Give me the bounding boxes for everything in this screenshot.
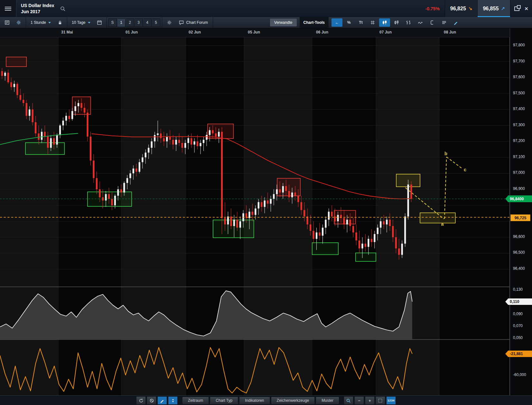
drawing-tools-button[interactable]: Zeichenwerkzeuge <box>271 397 315 404</box>
pen-icon <box>453 20 459 25</box>
zoom-mode-button[interactable] <box>344 396 353 405</box>
header-right: -0.75% 96,825 ↘ 96,855 ↗ × <box>425 0 532 17</box>
date-axis-label: 31 Mai <box>61 30 73 34</box>
up-down-arrows-icon <box>171 398 175 403</box>
window-buttons: × <box>510 0 532 17</box>
buy-price-button[interactable]: 96,855 ↗ <box>477 0 510 17</box>
popout-icon[interactable] <box>514 6 519 11</box>
text-tool-button[interactable]: Tt <box>355 18 366 27</box>
search-icon[interactable] <box>60 6 66 12</box>
line-type-button[interactable] <box>415 18 426 27</box>
related-button[interactable]: Verwandte <box>270 19 297 26</box>
sell-price: 96,825 <box>450 6 466 12</box>
bracket-tool-button[interactable] <box>427 18 438 27</box>
level-price-tag: 96,725 <box>510 214 530 221</box>
chart-forum-button[interactable]: Chart Forum <box>175 20 211 25</box>
zoom-in-button[interactable]: + <box>365 396 375 405</box>
patterns-button[interactable]: Muster <box>316 397 339 404</box>
instrument-name: US Dollar Index <box>21 3 54 8</box>
price-axis-label: 97,700 <box>513 59 525 63</box>
layers-button[interactable] <box>439 18 450 27</box>
price-axis-label: 97,400 <box>513 107 525 111</box>
numbers-button[interactable]: 1234 <box>386 396 396 405</box>
price-down-arrow-icon: ↘ <box>468 6 472 12</box>
change-percent: -0.75% <box>425 6 440 11</box>
indicator1-tick-label: 0,090 <box>513 312 523 316</box>
pencil-icon <box>160 398 165 403</box>
quick-draw-button[interactable] <box>157 396 167 405</box>
bracket-icon <box>430 20 435 25</box>
collapse-panel-button[interactable]: ← <box>331 18 342 27</box>
toolbar-right: Verwandte Chart-Tools ← % Tt <box>270 17 462 28</box>
zoom-out-button[interactable]: − <box>354 396 364 405</box>
depth-button[interactable]: 3 <box>135 18 143 27</box>
instrument-title: US Dollar Index Jun 2017 <box>21 3 54 14</box>
depth-button[interactable]: 5 <box>152 18 160 27</box>
draw-pen-button[interactable] <box>451 18 462 27</box>
fit-scale-button[interactable] <box>376 396 385 405</box>
price-axis-label: 96,600 <box>513 234 525 239</box>
date-axis-label: 05 Jun <box>248 30 260 34</box>
ohlc-type-button[interactable] <box>403 18 414 27</box>
period-button[interactable]: Zeitraum <box>182 397 209 404</box>
lock-icon-button[interactable] <box>54 18 65 27</box>
disable-drawings-button[interactable] <box>147 396 156 405</box>
reorder-button[interactable] <box>168 396 178 405</box>
refresh-button[interactable] <box>136 396 146 405</box>
price-axis[interactable]: 97,80097,70097,60097,50097,40097,30097,2… <box>510 28 532 395</box>
hollow-candle-icon <box>394 20 399 25</box>
price-up-arrow-icon: ↗ <box>501 6 505 12</box>
chart-forum-label: Chart Forum <box>186 20 208 25</box>
chart-tools-label: Chart-Tools <box>300 17 329 28</box>
chart-canvas[interactable] <box>0 0 532 405</box>
sell-price-button[interactable]: 96,825 ↘ <box>445 0 478 17</box>
calendar-icon-button[interactable] <box>94 18 105 27</box>
price-axis-label: 97,300 <box>513 123 525 127</box>
gear-icon-button[interactable] <box>164 18 175 27</box>
wave-icon <box>418 20 423 25</box>
dotted-square-icon <box>378 398 383 403</box>
chevron-down-icon <box>88 22 90 24</box>
close-icon[interactable]: × <box>525 5 528 12</box>
settings-gear-icon-button[interactable] <box>13 18 24 27</box>
indicator1-tick-label: 0,070 <box>513 324 523 328</box>
depth-button[interactable]: 1 <box>117 18 126 27</box>
forum-group: Chart Forum <box>162 17 213 28</box>
hollow-candle-type-button[interactable] <box>391 18 402 27</box>
chart-type-button[interactable]: Chart Typ <box>210 397 238 404</box>
date-axis-label: 07 Jun <box>379 30 392 34</box>
speech-bubble-icon <box>179 20 184 25</box>
percent-scale-button[interactable]: % <box>343 18 354 27</box>
indicators-button[interactable]: Indikatoren <box>239 397 270 404</box>
grid-toggle-button[interactable] <box>367 18 378 27</box>
depth-button-group: S12345 <box>107 17 162 28</box>
window-header: US Dollar Index Jun 2017 -0.75% 96,825 ↘… <box>0 0 532 17</box>
indicator2-value-tag: -21,881 <box>505 351 532 357</box>
indicator1-tick-label: 0,050 <box>513 335 523 340</box>
price-axis-label: 97,500 <box>513 91 525 95</box>
interval-group: 1 Stunde <box>26 17 67 28</box>
price-axis-label: 96,400 <box>513 266 525 271</box>
lines-icon <box>442 20 447 25</box>
interval-dropdown[interactable]: 1 Stunde <box>28 18 54 27</box>
date-axis-label: 01 Jun <box>126 30 138 34</box>
candlestick-icon <box>382 20 387 25</box>
price-axis-label: 97,800 <box>513 43 525 47</box>
depth-button[interactable]: 2 <box>126 18 134 27</box>
indicator1-value-tag: 0,110 <box>505 298 532 305</box>
news-icon-button[interactable] <box>2 18 13 27</box>
depth-button[interactable]: 4 <box>144 18 152 27</box>
menu-button[interactable] <box>0 0 16 17</box>
price-axis-label: 96,500 <box>513 250 525 255</box>
range-dropdown[interactable]: 10 Tage <box>69 18 93 27</box>
buy-price: 96,855 <box>483 6 499 12</box>
chart-toolbar: 1 Stunde 10 Tage S12345 Chart Forum Verw… <box>0 17 532 28</box>
bottom-toolbar: ZeitraumChart TypIndikatorenZeichenwerkz… <box>0 395 532 405</box>
last-price-tag: 96,8400 <box>505 195 532 202</box>
depth-button[interactable]: S <box>108 18 117 27</box>
toolbar-left-icons <box>0 17 26 28</box>
refresh-icon <box>139 398 144 403</box>
candlestick-type-button[interactable] <box>379 18 390 27</box>
instrument-expiry: Jun 2017 <box>21 9 54 14</box>
range-group: 10 Tage <box>67 17 107 28</box>
